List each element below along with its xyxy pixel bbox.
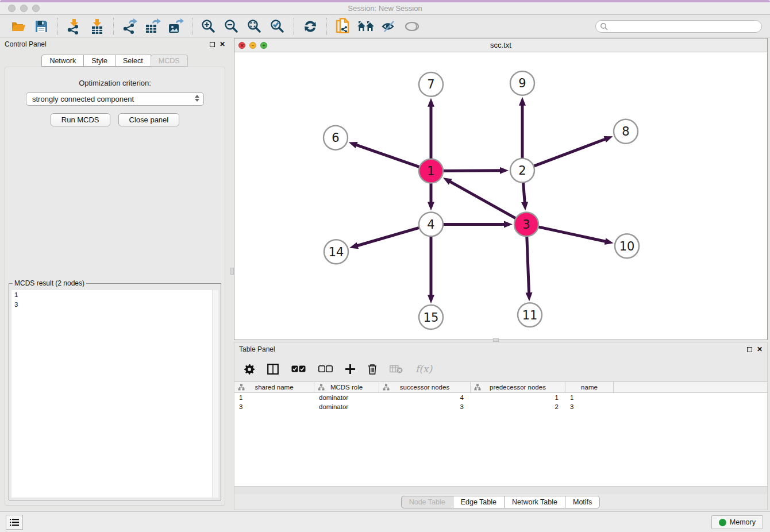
tab-motifs[interactable]: Motifs: [565, 496, 600, 508]
memory-button[interactable]: Memory: [711, 515, 763, 529]
cell-predecessor-nodes[interactable]: 1: [471, 393, 565, 402]
tab-network[interactable]: Network: [41, 55, 84, 67]
column-header-predecessor-nodes[interactable]: predecessor nodes: [471, 382, 565, 392]
svg-text:4: 4: [427, 218, 434, 232]
network-canvas[interactable]: 7968124314101511: [234, 52, 767, 340]
network-graph[interactable]: 7968124314101511: [234, 52, 767, 340]
show-column-panel-button[interactable]: [267, 364, 279, 375]
import-table-button[interactable]: [86, 17, 109, 36]
graph-node-7[interactable]: 7: [419, 72, 443, 97]
export-image-button[interactable]: [164, 17, 187, 36]
cell-name[interactable]: 1: [565, 393, 614, 402]
apply-layout-button[interactable]: [299, 17, 322, 36]
control-panel: Control Panel ✕ NetworkStyleSelectMCDS O…: [0, 37, 230, 511]
run-mcds-button[interactable]: Run MCDS: [51, 113, 110, 126]
graph-node-11[interactable]: 11: [518, 303, 542, 327]
export-network-icon: [122, 18, 138, 34]
cell-shared-name[interactable]: 3: [234, 402, 314, 411]
delete-table-button[interactable]: [390, 365, 403, 373]
tab-edge-table[interactable]: Edge Table: [453, 496, 505, 508]
criterion-select[interactable]: strongly connected component: [26, 92, 204, 106]
network-minimize-button[interactable]: −: [249, 42, 256, 49]
save-session-button[interactable]: [30, 17, 53, 36]
toolbar-separator: [192, 18, 192, 35]
toggle-visual-properties-button[interactable]: [378, 17, 401, 36]
cell-successor-nodes[interactable]: 4: [379, 393, 471, 402]
tab-node-table[interactable]: Node Table: [401, 496, 453, 508]
table-settings-button[interactable]: [244, 364, 255, 375]
gray-eye-icon: [404, 20, 420, 33]
close-table-panel-icon[interactable]: ✕: [757, 346, 763, 353]
network-window-traffic-lights[interactable]: ✕ − +: [238, 42, 267, 49]
control-panel-tabs: NetworkStyleSelectMCDS: [0, 55, 230, 67]
zoom-in-button[interactable]: [197, 17, 220, 36]
column-header-label: successor nodes: [400, 384, 449, 391]
zoom-fit-button[interactable]: [243, 17, 266, 36]
network-maximize-button[interactable]: +: [260, 42, 267, 49]
column-header-name[interactable]: name: [565, 382, 614, 392]
show-task-history-button[interactable]: [6, 515, 23, 530]
close-panel-button[interactable]: Close panel: [118, 113, 180, 126]
network-window-titlebar: ✕ − + scc.txt: [234, 38, 767, 52]
graph-node-9[interactable]: 9: [510, 71, 534, 95]
graph-node-15[interactable]: 15: [419, 305, 443, 329]
cell-MCDS-role[interactable]: dominator: [314, 393, 379, 402]
graph-node-10[interactable]: 10: [615, 234, 639, 258]
result-scrollbar[interactable]: [212, 290, 218, 498]
clone-network-button[interactable]: [332, 17, 355, 36]
graph-node-14[interactable]: 14: [324, 240, 348, 264]
svg-text:10: 10: [619, 240, 635, 253]
graph-node-1[interactable]: 1: [419, 159, 443, 183]
graph-node-4[interactable]: 4: [419, 212, 443, 236]
table-row[interactable]: 3dominator323: [234, 402, 767, 411]
column-header-successor-nodes[interactable]: successor nodes: [379, 382, 471, 392]
column-header-shared-name[interactable]: shared name: [234, 382, 314, 392]
cell-predecessor-nodes[interactable]: 2: [471, 402, 565, 411]
cell-MCDS-role[interactable]: dominator: [314, 402, 379, 411]
select-all-columns-button[interactable]: [291, 365, 306, 372]
float-table-panel-icon[interactable]: [747, 347, 752, 352]
zoom-out-icon: [224, 19, 239, 34]
table-panel-header: Table Panel ✕: [234, 342, 767, 356]
search-input[interactable]: [595, 20, 762, 33]
tab-style[interactable]: Style: [83, 55, 116, 67]
close-panel-icon[interactable]: ✕: [220, 41, 225, 48]
tab-mcds[interactable]: MCDS: [151, 55, 188, 67]
graph-node-8[interactable]: 8: [614, 119, 638, 144]
checked-boxes-icon: [291, 365, 306, 372]
tab-network-table[interactable]: Network Table: [504, 496, 565, 508]
open-file-button[interactable]: [7, 17, 30, 36]
graph-edge-2-8[interactable]: [522, 139, 606, 171]
app-titlebar: Session: New Session: [0, 0, 770, 15]
splitter-handle-vertical[interactable]: [230, 268, 234, 275]
export-network-button[interactable]: [118, 17, 141, 36]
network-close-button[interactable]: ✕: [238, 42, 245, 49]
zoom-selected-button[interactable]: [266, 17, 289, 36]
graph-node-3[interactable]: 3: [514, 212, 538, 236]
create-column-button[interactable]: [345, 364, 355, 374]
graph-node-6[interactable]: 6: [324, 126, 348, 150]
cell-successor-nodes[interactable]: 3: [379, 402, 471, 411]
cell-name[interactable]: 3: [565, 402, 614, 411]
graph-node-2[interactable]: 2: [510, 159, 534, 183]
function-builder-button[interactable]: f(x): [415, 363, 432, 375]
mcds-result-list[interactable]: 13: [11, 290, 218, 498]
table-row[interactable]: 1dominator411: [234, 393, 767, 402]
delete-column-button[interactable]: [368, 364, 377, 375]
table-panel: Table Panel ✕: [234, 342, 768, 510]
cell-shared-name[interactable]: 1: [234, 393, 314, 402]
float-panel-icon[interactable]: [210, 42, 215, 47]
home-view-button[interactable]: [355, 17, 378, 36]
graph-edge-3-1[interactable]: [449, 182, 526, 225]
table-scroll-strip[interactable]: [234, 486, 767, 494]
node-table[interactable]: shared nameMCDS rolesuccessor nodesprede…: [234, 381, 767, 486]
column-header-MCDS-role[interactable]: MCDS role: [314, 382, 379, 392]
import-table-icon: [90, 18, 105, 34]
import-network-button[interactable]: [63, 17, 86, 36]
preview-eye-button[interactable]: [401, 17, 424, 36]
unselect-all-columns-button[interactable]: [318, 365, 333, 372]
export-table-button[interactable]: [141, 17, 164, 36]
optimization-criterion-label: Optimization criterion:: [5, 79, 225, 87]
tab-select[interactable]: Select: [115, 55, 151, 67]
zoom-out-button[interactable]: [220, 17, 243, 36]
